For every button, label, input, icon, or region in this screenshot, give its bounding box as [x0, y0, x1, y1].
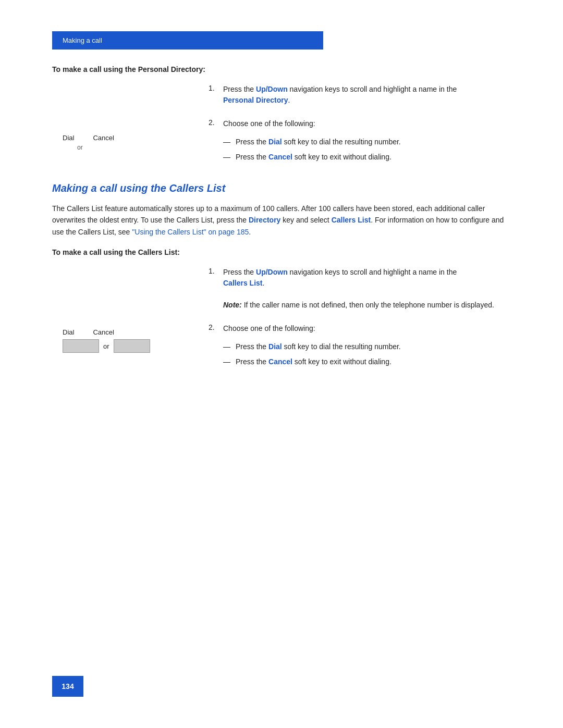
body-part-7: . [249, 228, 251, 236]
pd-step1-text: Press the Up/Down navigation keys to scr… [223, 84, 457, 106]
pd-bullet-list: Press the Dial soft key to dial the resu… [209, 137, 511, 163]
cl-cancel-label: Cancel [93, 328, 114, 336]
cl-step1-text-before: Press the [223, 268, 256, 276]
page-number-badge: 134 [52, 676, 83, 697]
header-banner: Making a call [52, 31, 323, 50]
cl-bullet2-before: Press the [236, 357, 268, 366]
cl-softkey-block: Dial Cancel or [52, 328, 209, 353]
pd-directory-label: Personal Directory [223, 96, 288, 104]
pd-step1-row: 1. Press the Up/Down navigation keys to … [209, 84, 511, 106]
cl-step2-left: Dial Cancel or [52, 323, 209, 353]
cl-step1-text-middle: navigation keys to scroll and highlight … [288, 268, 457, 276]
pd-bullet2: Press the Cancel soft key to exit withou… [223, 152, 511, 163]
cl-bullet1-after: soft key to dial the resulting number. [282, 342, 401, 351]
pd-bullet1-key: Dial [268, 138, 282, 146]
cl-callers-list-label: Callers List [223, 279, 262, 287]
pd-step2-number: 2. [209, 118, 219, 127]
body-callers-list-key: Callers List [332, 216, 371, 224]
cl-step2-number: 2. [209, 323, 219, 331]
cl-step1-text-after: . [262, 279, 264, 287]
header-banner-text: Making a call [63, 36, 102, 44]
cl-bullet2: Press the Cancel soft key to exit withou… [223, 356, 511, 367]
callers-list-subheading: To make a call using the Callers List: [52, 248, 511, 256]
cl-step2-container: Dial Cancel or 2. Choose one of the foll… [52, 323, 511, 372]
cl-softkey-labels: Dial Cancel [63, 328, 209, 336]
pd-step1-number: 1. [209, 84, 219, 92]
pd-softkey-or: or [63, 144, 209, 151]
cl-step1-text: Press the Up/Down navigation keys to scr… [223, 267, 494, 311]
pd-step1-text-before: Press the [223, 85, 256, 93]
cl-bullet2-after: soft key to exit without dialing. [292, 357, 391, 366]
pd-step2-container: Dial Cancel or 2. Choose one of the foll… [52, 118, 511, 167]
pd-bullet2-before: Press the [236, 153, 268, 161]
pd-step1-right: 1. Press the Up/Down navigation keys to … [209, 84, 511, 113]
cl-bullet1-before: Press the [236, 342, 268, 351]
cl-bullet1-key: Dial [268, 342, 282, 351]
cl-step1-number: 1. [209, 267, 219, 275]
cl-bullet-list: Press the Dial soft key to dial the resu… [209, 341, 511, 367]
cl-step2-text: Choose one of the following: [223, 323, 315, 334]
cl-step2-right: 2. Choose one of the following: Press th… [209, 323, 511, 372]
pd-step1-container: 1. Press the Up/Down navigation keys to … [52, 84, 511, 113]
page-number: 134 [62, 682, 74, 690]
pd-softkey-block: Dial Cancel or [52, 134, 209, 151]
pd-bullet2-after: soft key to exit without dialing. [292, 153, 391, 161]
pd-step2-row: 2. Choose one of the following: [209, 118, 511, 129]
cl-bullet1: Press the Dial soft key to dial the resu… [223, 341, 511, 352]
cl-cancel-button[interactable] [114, 339, 150, 353]
pd-bullet1-before: Press the [236, 138, 268, 146]
pd-step2-left: Dial Cancel or [52, 118, 209, 151]
pd-bullet2-key: Cancel [268, 153, 292, 161]
cl-step1-container: 1. Press the Up/Down navigation keys to … [52, 267, 511, 318]
pd-updown-label: Up/Down [256, 85, 288, 93]
cl-step1-row: 1. Press the Up/Down navigation keys to … [209, 267, 511, 311]
pd-bullet1-after: soft key to dial the resulting number. [282, 138, 401, 146]
body-directory-key: Directory [249, 216, 280, 224]
cl-dial-button[interactable] [63, 339, 99, 353]
pd-bullet1-text: Press the Dial soft key to dial the resu… [236, 137, 401, 147]
pd-step1-text-middle: navigation keys to scroll and highlight … [288, 85, 457, 93]
cl-step1-right: 1. Press the Up/Down navigation keys to … [209, 267, 511, 318]
body-page-ref: "Using the Callers List" on page 185 [132, 228, 249, 236]
cl-step2-row: 2. Choose one of the following: [209, 323, 511, 334]
cl-dial-label: Dial [63, 328, 74, 336]
pd-cancel-label: Cancel [93, 134, 114, 142]
pd-dial-label: Dial [63, 134, 74, 142]
pd-step2-right: 2. Choose one of the following: Press th… [209, 118, 511, 167]
pd-bullet1: Press the Dial soft key to dial the resu… [223, 137, 511, 147]
pd-bullet2-text: Press the Cancel soft key to exit withou… [236, 152, 391, 163]
pd-or-text: or [77, 144, 83, 151]
body-part-3: key and select [280, 216, 331, 224]
pd-softkey-labels: Dial Cancel [63, 134, 209, 142]
pd-step1-text-after: . [288, 96, 290, 104]
cl-bullet2-text: Press the Cancel soft key to exit withou… [236, 356, 391, 367]
cl-bullet2-key: Cancel [268, 357, 292, 366]
callers-list-body: The Callers List feature automatically s… [52, 203, 511, 238]
cl-updown-label: Up/Down [256, 268, 288, 276]
cl-note-text: If the caller name is not defined, then … [242, 301, 494, 309]
personal-directory-heading: To make a call using the Personal Direct… [52, 65, 511, 73]
page-container: Making a call To make a call using the P… [0, 0, 563, 728]
cl-note-label: Note: [223, 301, 242, 309]
cl-softkey-buttons-row: or [63, 339, 209, 353]
callers-list-heading: Making a call using the Callers List [52, 182, 511, 194]
pd-step2-text: Choose one of the following: [223, 118, 315, 129]
cl-bullet1-text: Press the Dial soft key to dial the resu… [236, 341, 401, 352]
cl-note: Note: If the caller name is not defined,… [223, 301, 494, 309]
cl-or-text: or [103, 342, 109, 350]
